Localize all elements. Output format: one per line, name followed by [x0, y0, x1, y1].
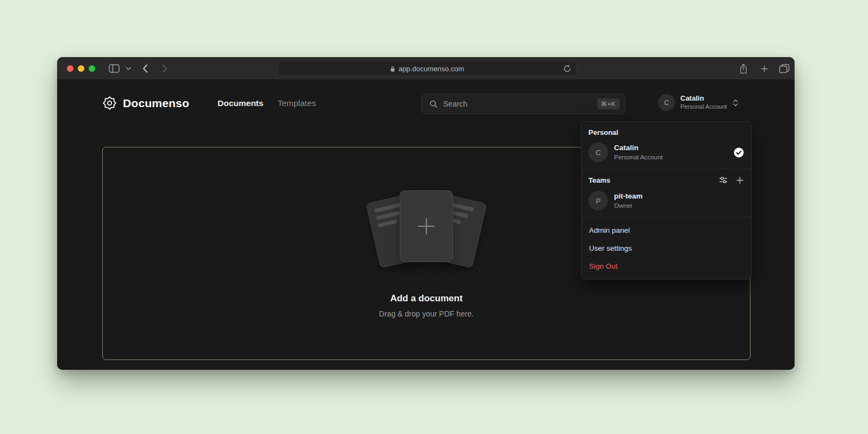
minimize-window-button[interactable]	[78, 65, 84, 72]
window-controls	[67, 65, 95, 72]
browser-titlebar: app.documenso.com	[57, 57, 795, 80]
team-item[interactable]: P pit-team Owner	[588, 191, 744, 210]
account-subtitle: Personal Account	[680, 103, 727, 110]
main-nav: Documents Templates	[218, 98, 316, 108]
search-icon	[429, 100, 438, 108]
search-placeholder: Search	[443, 100, 592, 108]
menu-item-admin-panel[interactable]: Admin panel	[581, 221, 751, 239]
brand[interactable]: Documenso	[102, 96, 189, 110]
browser-window: app.documenso.com Documenso Documents	[57, 57, 795, 370]
dropzone-title: Add a document	[390, 293, 462, 304]
forward-button[interactable]	[159, 57, 170, 80]
menu-item-user-settings[interactable]: User settings	[581, 239, 751, 257]
menu-section-personal: Personal C Catalin Personal Account	[581, 122, 751, 169]
documents-illustration	[364, 189, 489, 276]
check-circle-icon	[734, 147, 744, 158]
menu-actions: Admin panel User settings Sign Out	[581, 218, 751, 279]
team-name: pit-team	[614, 191, 643, 201]
chevron-up-down-icon	[733, 98, 739, 107]
avatar: C	[658, 94, 675, 111]
avatar: C	[588, 142, 608, 162]
zoom-window-button[interactable]	[89, 65, 95, 72]
brand-name: Documenso	[123, 97, 189, 110]
teams-heading: Teams	[588, 176, 610, 184]
lock-icon	[390, 65, 395, 72]
sidebar-toggle-icon[interactable]	[107, 57, 121, 80]
app-content: Documenso Documents Templates Search ⌘+K…	[57, 80, 795, 369]
reload-icon[interactable]	[563, 64, 572, 75]
manage-teams-icon[interactable]	[719, 176, 728, 184]
personal-account-name: Catalin	[614, 143, 663, 153]
add-team-icon[interactable]	[736, 176, 744, 184]
search-input[interactable]: Search ⌘+K	[421, 94, 625, 114]
new-tab-icon[interactable]	[758, 57, 771, 80]
url-text: app.documenso.com	[399, 65, 464, 73]
account-menu-trigger[interactable]: C Catalin Personal Account	[658, 94, 739, 111]
share-icon[interactable]	[737, 57, 750, 80]
menu-item-sign-out[interactable]: Sign Out	[581, 257, 751, 275]
personal-account-item[interactable]: C Catalin Personal Account	[588, 142, 744, 162]
close-window-button[interactable]	[67, 65, 73, 72]
personal-heading: Personal	[588, 128, 744, 137]
address-bar[interactable]: app.documenso.com	[277, 61, 576, 76]
avatar: P	[588, 191, 608, 210]
sidebar-chevron-down-icon[interactable]	[125, 57, 132, 80]
team-role: Owner	[614, 201, 643, 210]
account-name: Catalin	[680, 94, 727, 103]
illustration-card-center	[400, 190, 453, 262]
back-button[interactable]	[140, 57, 151, 80]
nav-item-documents[interactable]: Documents	[218, 98, 263, 108]
nav-item-templates[interactable]: Templates	[277, 98, 316, 108]
dropzone-subtitle: Drag & drop your PDF here.	[379, 309, 474, 318]
menu-section-teams: Teams P pit-team Owner	[581, 169, 751, 217]
documenso-logo-icon	[102, 96, 117, 110]
personal-account-subtitle: Personal Account	[614, 153, 663, 162]
account-dropdown-menu: Personal C Catalin Personal Account Team…	[581, 121, 752, 280]
search-shortcut-badge: ⌘+K	[597, 98, 619, 109]
plus-icon	[418, 218, 435, 234]
tab-overview-icon[interactable]	[777, 57, 791, 80]
